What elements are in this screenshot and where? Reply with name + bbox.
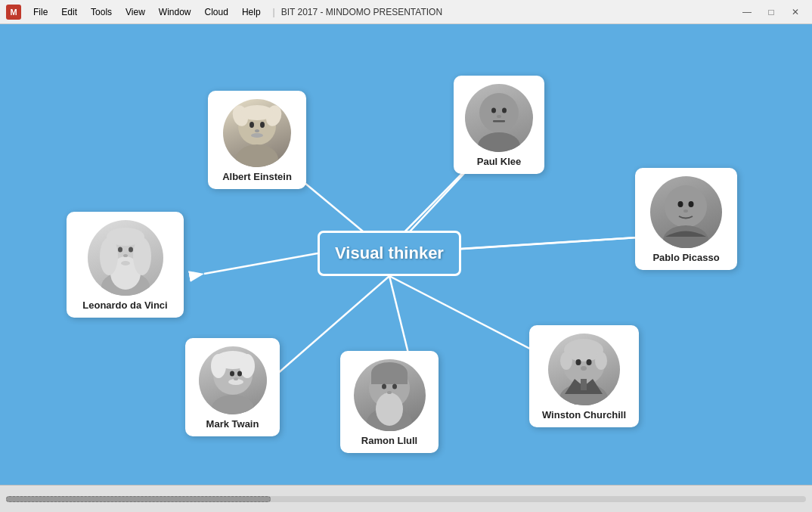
svg-point-43 [212, 395, 254, 414]
svg-point-62 [560, 352, 572, 370]
svg-point-18 [260, 122, 265, 128]
svg-point-39 [129, 247, 133, 253]
svg-point-45 [211, 354, 226, 378]
svg-point-31 [683, 209, 688, 213]
churchill-label: Winston Churchill [542, 409, 626, 420]
node-ramon-llull[interactable]: Ramon Llull [340, 351, 439, 453]
twain-label: Mark Twain [206, 418, 259, 430]
window-title: BIT 2017 - MINDOMO PRESENTATION [281, 7, 442, 17]
svg-point-22 [478, 132, 520, 152]
window-controls: — □ ✕ [736, 5, 806, 20]
svg-point-40 [123, 254, 128, 257]
node-pablo-picasso[interactable]: Pablo Picasso [635, 168, 737, 270]
app-icon: M [6, 5, 21, 20]
svg-point-64 [576, 359, 581, 365]
menu-file[interactable]: File [27, 5, 54, 19]
svg-line-7 [389, 276, 408, 353]
svg-point-50 [234, 377, 238, 380]
svg-point-66 [581, 366, 587, 371]
svg-point-23 [491, 108, 496, 113]
menu-help[interactable]: Help [236, 5, 267, 19]
klee-label: Paul Klee [477, 156, 522, 167]
einstein-label: Albert Einstein [222, 171, 292, 182]
menu-window[interactable]: Window [153, 5, 197, 19]
svg-point-30 [689, 201, 694, 207]
davinci-label: Leonardo da Vinci [82, 299, 167, 311]
svg-point-56 [382, 384, 386, 389]
svg-point-53 [376, 393, 403, 426]
node-mark-twain[interactable]: Mark Twain [185, 338, 280, 436]
menu-tools[interactable]: Tools [85, 5, 118, 19]
svg-point-41 [121, 261, 130, 265]
svg-point-17 [249, 122, 254, 128]
svg-point-58 [387, 391, 392, 394]
node-winston-churchill[interactable]: Winston Churchill [529, 325, 639, 427]
svg-line-5 [204, 253, 318, 274]
svg-rect-26 [493, 120, 505, 123]
scrollbar-thumb[interactable] [6, 496, 271, 502]
title-separator: | [273, 7, 275, 17]
svg-point-38 [118, 247, 122, 253]
svg-point-57 [392, 384, 397, 389]
svg-point-21 [479, 93, 519, 132]
svg-point-16 [240, 105, 274, 120]
svg-point-19 [255, 129, 259, 132]
svg-point-37 [107, 228, 144, 246]
node-paul-klee[interactable]: Paul Klee [454, 76, 544, 174]
svg-point-29 [678, 201, 683, 207]
menu-view[interactable]: View [119, 5, 151, 19]
center-node-label: Visual thinker [335, 244, 444, 263]
scrollbar-area [0, 485, 812, 512]
picasso-label: Pablo Picasso [652, 252, 719, 263]
svg-point-27 [665, 185, 707, 228]
svg-point-13 [236, 144, 278, 167]
titlebar: M File Edit Tools View Window Cloud Help… [0, 0, 812, 24]
svg-point-65 [587, 359, 592, 365]
menu-cloud[interactable]: Cloud [199, 5, 234, 19]
svg-rect-55 [371, 373, 408, 384]
center-node[interactable]: Visual thinker [318, 231, 461, 276]
menu-bar: File Edit Tools View Window Cloud Help [27, 5, 267, 19]
llull-label: Ramon Llull [361, 435, 417, 446]
svg-point-20 [251, 133, 263, 138]
svg-point-63 [595, 352, 607, 370]
node-albert-einstein[interactable]: Albert Einstein [208, 91, 306, 189]
svg-point-47 [230, 371, 234, 377]
svg-point-46 [240, 354, 255, 378]
maximize-button[interactable]: □ [761, 5, 782, 20]
menu-edit[interactable]: Edit [55, 5, 83, 19]
scrollbar-track[interactable] [6, 496, 806, 502]
svg-point-48 [237, 371, 242, 377]
close-button[interactable]: ✕ [785, 5, 806, 20]
mind-map-canvas: Visual thinker Albert Einstein [0, 24, 812, 485]
node-leonardo-da-vinci[interactable]: Leonardo da Vinci [67, 212, 184, 318]
svg-point-24 [502, 108, 507, 113]
svg-rect-67 [581, 379, 587, 390]
minimize-button[interactable]: — [736, 5, 758, 20]
svg-point-25 [497, 115, 501, 118]
